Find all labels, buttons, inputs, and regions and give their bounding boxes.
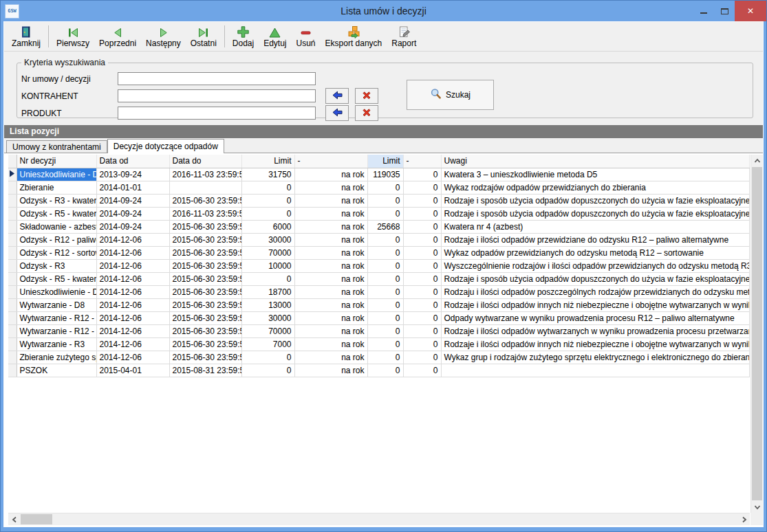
grid-cell[interactable]: 2015-06-30 23:59:59 (169, 259, 241, 272)
column-header[interactable]: Limit (367, 155, 403, 168)
column-header[interactable]: - (294, 155, 367, 168)
grid-cell[interactable]: 0 (403, 194, 441, 207)
grid-cell[interactable]: na rok (294, 272, 367, 285)
grid-cell[interactable]: 2015-06-30 23:59:59 (169, 285, 241, 298)
raport-button[interactable]: Raport (387, 23, 421, 50)
grid-cell[interactable]: 2015-06-30 23:59:59 (169, 272, 241, 285)
grid-cell[interactable]: na rok (294, 220, 367, 233)
grid-cell[interactable]: 0 (403, 324, 441, 337)
grid-cell[interactable]: 0 (367, 285, 403, 298)
grid-cell[interactable]: 70000 (241, 246, 294, 259)
maximize-button[interactable] (714, 1, 735, 21)
grid-cell[interactable]: Rodzaje i sposób użycia odpadów dopuszcz… (441, 272, 750, 285)
scroll-right-button[interactable] (738, 513, 750, 525)
column-header[interactable]: Limit (241, 155, 294, 168)
grid-cell[interactable]: Odzysk - R5 - kwatera 4 (17, 272, 96, 285)
grid-cell[interactable]: Kwatera 3 – unieszkodliwienie metoda D5 (441, 168, 750, 181)
kontrahent-input[interactable] (118, 89, 316, 102)
grid-cell[interactable]: 0 (241, 207, 294, 220)
grid-cell[interactable]: Rodzaje i sposób użycia odpadów dopuszcz… (441, 194, 750, 207)
produkt-lookup-button[interactable] (325, 105, 349, 121)
grid-cell[interactable]: 0 (367, 272, 403, 285)
grid-cell[interactable]: Rodzaje i sposób użycia odpadów dopuszcz… (441, 207, 750, 220)
grid-cell[interactable]: 2013-09-24 (96, 168, 169, 181)
grid-cell[interactable]: 0 (367, 311, 403, 324)
grid-cell[interactable]: na rok (294, 337, 367, 351)
grid-cell[interactable]: 2014-09-24 (96, 207, 169, 220)
grid-cell[interactable]: 0 (403, 311, 441, 324)
grid-cell[interactable]: 0 (403, 259, 441, 272)
grid-cell[interactable]: 0 (241, 181, 294, 194)
grid-cell[interactable]: 0 (367, 181, 403, 194)
grid-cell[interactable]: 0 (367, 233, 403, 246)
column-header[interactable]: Data od (96, 155, 169, 168)
grid-cell[interactable]: 0 (367, 298, 403, 311)
grid-cell[interactable]: 2014-09-24 (96, 194, 169, 207)
grid-cell[interactable]: 25668 (367, 220, 403, 233)
edytuj-button[interactable]: Edytuj (259, 23, 291, 50)
minimize-button[interactable] (693, 1, 714, 21)
grid-cell[interactable]: Odzysk - R3 (17, 259, 96, 272)
grid-cell[interactable]: na rok (294, 181, 367, 194)
grid-cell[interactable]: 0 (403, 181, 441, 194)
horizontal-scrollbar[interactable] (8, 513, 750, 525)
produkt-clear-button[interactable] (355, 105, 378, 121)
grid-cell[interactable]: 0 (241, 351, 294, 364)
grid-cell[interactable]: Wytwarzanie - R12 - sorto (17, 324, 96, 337)
grid-cell[interactable]: 2014-12-06 (96, 259, 169, 272)
grid-cell[interactable]: 2015-08-31 23:59:59 (169, 364, 241, 377)
grid-cell[interactable]: na rok (294, 364, 367, 377)
grid-cell[interactable]: 2014-09-24 (96, 220, 169, 233)
grid-cell[interactable]: 0 (241, 272, 294, 285)
grid-cell[interactable]: 0 (367, 194, 403, 207)
grid-cell[interactable]: Rodzaje i ilości odpadów wytwarzanych w … (441, 324, 750, 337)
tab-decyzje[interactable]: Decyzje dotyczące odpadów (107, 139, 224, 153)
grid-cell[interactable]: 70000 (241, 324, 294, 337)
grid-cell[interactable]: Odzysk - R3 - kwatera 3 (17, 194, 96, 207)
grid-cell[interactable]: na rok (294, 168, 367, 181)
column-header[interactable]: Data do (169, 155, 241, 168)
poprzedni-button[interactable]: Poprzedni (94, 23, 141, 50)
grid-cell[interactable]: 2014-12-06 (96, 311, 169, 324)
grid-cell[interactable]: 2014-12-06 (96, 337, 169, 351)
grid-cell[interactable]: 10000 (241, 259, 294, 272)
grid-cell[interactable]: na rok (294, 311, 367, 324)
column-header[interactable]: Nr decyzji (17, 155, 96, 168)
grid-cell[interactable]: Wyszczególnienie rodzajów i ilości odpad… (441, 259, 750, 272)
grid-cell[interactable]: 2014-12-06 (96, 298, 169, 311)
grid-cell[interactable]: Wytwarzanie - D8 (17, 298, 96, 311)
horizontal-scroll-thumb[interactable] (21, 514, 52, 524)
grid-cell[interactable]: 0 (241, 364, 294, 377)
grid-cell[interactable]: 0 (403, 168, 441, 181)
grid-cell[interactable]: na rok (294, 207, 367, 220)
pierwszy-button[interactable]: Pierwszy (52, 23, 94, 50)
nastepny-button[interactable]: Następny (141, 23, 186, 50)
grid-cell[interactable]: Rodzaje i ilości odpadów innych niż nieb… (441, 337, 750, 351)
grid-cell[interactable]: 2015-06-30 23:59:59 (169, 351, 241, 364)
vertical-scrollbar[interactable] (750, 155, 763, 513)
grid-cell[interactable]: 2015-06-30 23:59:59 (169, 220, 241, 233)
grid-cell[interactable]: 2014-01-01 (96, 181, 169, 194)
grid-cell[interactable]: Wykaz grup i rodzajów zużytego sprzętu e… (441, 351, 750, 364)
column-header[interactable]: Uwagi (441, 155, 750, 168)
grid-cell[interactable]: 0 (367, 246, 403, 259)
close-button[interactable]: ✕ (735, 1, 766, 21)
grid-cell[interactable]: Odzysk - R12 - sortowanie (17, 246, 96, 259)
grid-cell[interactable]: 2015-06-30 23:59:59 (169, 324, 241, 337)
grid-cell[interactable]: Unieszkodliwienie - D8 (17, 285, 96, 298)
grid-cell[interactable]: 30000 (241, 311, 294, 324)
grid-cell[interactable]: 0 (367, 207, 403, 220)
grid-cell[interactable]: 0 (367, 351, 403, 364)
grid-cell[interactable]: 2014-12-06 (96, 272, 169, 285)
zamknij-button[interactable]: Zamknij (7, 23, 45, 50)
grid-cell[interactable]: 6000 (241, 220, 294, 233)
ostatni-button[interactable]: Ostatni (186, 23, 222, 50)
grid-cell[interactable]: 30000 (241, 233, 294, 246)
grid-cell[interactable]: na rok (294, 259, 367, 272)
grid-cell[interactable] (169, 181, 241, 194)
grid-cell[interactable]: 0 (367, 364, 403, 377)
grid-cell[interactable]: 0 (241, 194, 294, 207)
grid-cell[interactable]: Rodzaje i ilości odpadów przewidziane do… (441, 233, 750, 246)
grid-cell[interactable]: 2015-06-30 23:59:59 (169, 311, 241, 324)
grid-cell[interactable]: 2014-12-06 (96, 233, 169, 246)
